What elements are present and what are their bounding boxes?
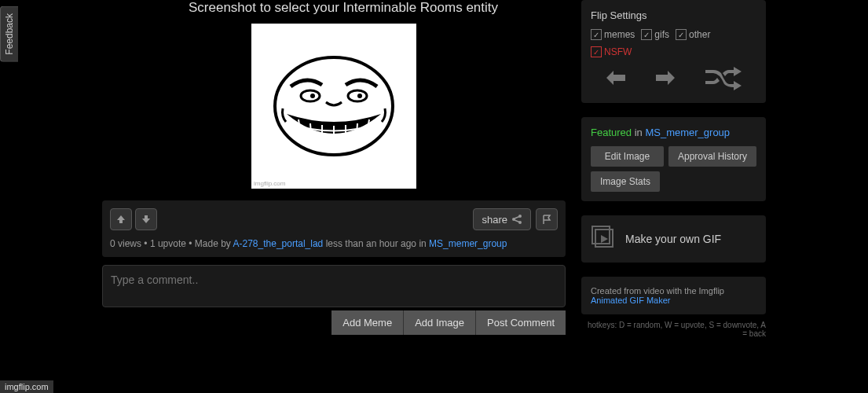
post-title: Screenshot to select your Interminable R… — [189, 0, 566, 16]
svg-line-16 — [515, 220, 519, 222]
gif-stack-icon — [591, 225, 616, 253]
arrow-left-icon — [604, 68, 628, 87]
vote-share-bar: share 0 views • 1 upvote • Made by A-278… — [102, 200, 566, 257]
upvote-button[interactable] — [110, 208, 132, 230]
created-text: Created from video with the Imgflip — [591, 286, 724, 296]
stream-link[interactable]: MS_memer_group — [429, 238, 507, 249]
comment-input[interactable] — [102, 265, 566, 307]
meme-image[interactable]: imgflip.com — [251, 24, 416, 189]
footer-watermark: imgflip.com — [0, 380, 53, 393]
hotkeys-hint: hotkeys: D = random, W = upvote, S = dow… — [581, 321, 766, 338]
share-icon — [511, 214, 522, 225]
arrow-down-icon — [141, 214, 152, 225]
shuffle-button[interactable] — [704, 67, 743, 94]
created-from-panel: Created from video with the Imgflip Anim… — [581, 277, 766, 314]
svg-line-15 — [515, 217, 519, 219]
gifs-label: gifs — [654, 29, 669, 40]
memes-label: memes — [604, 29, 635, 40]
flip-settings-title: Flip Settings — [591, 9, 756, 21]
arrow-up-icon — [115, 214, 126, 225]
arrow-right-icon — [654, 68, 677, 87]
feedback-tab[interactable]: Feedback — [0, 6, 18, 62]
add-image-button[interactable]: Add Image — [404, 310, 476, 335]
nsfw-label: NSFW — [604, 46, 632, 57]
checkbox-gifs[interactable]: ✓gifs — [641, 29, 669, 40]
checkbox-nsfw[interactable]: ✓NSFW — [591, 46, 632, 57]
share-label: share — [482, 214, 507, 226]
featured-label: Featured — [591, 127, 632, 138]
image-stats-button[interactable]: Image Stats — [591, 171, 660, 192]
trollface-icon — [267, 47, 401, 165]
flag-button[interactable] — [536, 208, 558, 230]
approval-history-button[interactable]: Approval History — [668, 146, 756, 167]
image-watermark: imgflip.com — [254, 180, 285, 187]
post-meta: 0 views • 1 upvote • Made by A-278_the_p… — [110, 238, 558, 249]
upvote-count: 1 upvote — [150, 238, 186, 249]
svg-point-4 — [357, 94, 362, 98]
svg-point-3 — [310, 94, 315, 98]
flip-settings-panel: Flip Settings ✓memes ✓gifs ✓other ✓NSFW — [581, 0, 766, 103]
downvote-button[interactable] — [135, 208, 157, 230]
add-meme-button[interactable]: Add Meme — [331, 310, 404, 335]
post-comment-button[interactable]: Post Comment — [476, 310, 566, 335]
other-label: other — [689, 29, 710, 40]
gif-maker-link[interactable]: Animated GIF Maker — [591, 296, 670, 305]
featured-panel: Featured in MS_memer_group Edit Image Ap… — [581, 117, 766, 201]
edit-image-button[interactable]: Edit Image — [591, 146, 664, 167]
checkbox-memes[interactable]: ✓memes — [591, 29, 635, 40]
make-gif-text: Make your own GIF — [625, 233, 721, 245]
flag-icon — [541, 214, 552, 225]
next-button[interactable] — [654, 68, 677, 92]
time-ago: less than an hour ago in — [326, 238, 427, 249]
make-gif-panel[interactable]: Make your own GIF — [581, 215, 766, 263]
author-link[interactable]: A-278_the_portal_lad — [233, 238, 324, 249]
views-count: 0 views — [110, 238, 141, 249]
featured-in: in — [635, 127, 643, 138]
made-by-label: Made by — [195, 238, 231, 249]
checkbox-other[interactable]: ✓other — [676, 29, 710, 40]
shuffle-icon — [704, 67, 743, 90]
featured-stream-link[interactable]: MS_memer_group — [645, 127, 730, 138]
share-button[interactable]: share — [473, 208, 531, 230]
prev-button[interactable] — [604, 68, 628, 92]
